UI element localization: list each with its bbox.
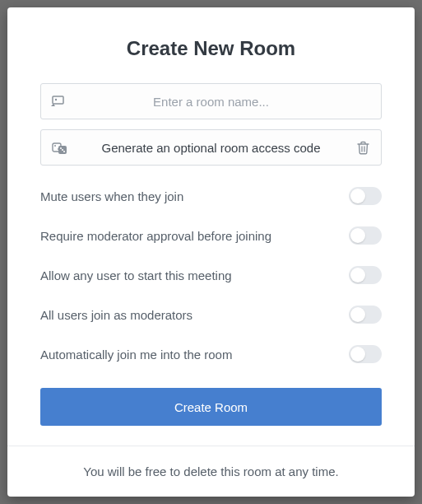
room-options-list: Mute users when they join Require modera… — [40, 187, 382, 363]
toggle-all-moderators[interactable] — [349, 306, 382, 324]
svg-point-3 — [54, 145, 56, 147]
svg-point-8 — [62, 149, 63, 151]
generate-access-code-button[interactable]: Generate an optional room access code — [40, 129, 382, 166]
dice-icon — [51, 139, 67, 156]
toggle-knob — [350, 268, 365, 282]
toggle-mute-users[interactable] — [349, 187, 382, 205]
toggle-knob — [350, 347, 365, 362]
room-icon — [50, 93, 67, 110]
option-mute-users: Mute users when they join — [40, 187, 382, 205]
create-room-button[interactable]: Create Room — [40, 388, 382, 426]
svg-point-1 — [55, 99, 57, 100]
svg-point-7 — [63, 151, 65, 152]
modal-title: Create New Room — [40, 37, 382, 60]
create-room-modal: Create New Room — [7, 7, 415, 497]
toggle-any-user-start[interactable] — [349, 266, 382, 284]
option-label: Allow any user to start this meeting — [40, 268, 232, 282]
room-name-input[interactable] — [40, 83, 382, 119]
option-label: All users join as moderators — [40, 308, 192, 322]
trash-icon[interactable] — [355, 139, 371, 156]
generate-access-code-label: Generate an optional room access code — [102, 141, 321, 155]
toggle-knob — [350, 189, 365, 203]
option-label: Require moderator approval before joinin… — [40, 229, 271, 243]
option-label: Automatically join me into the room — [40, 348, 232, 362]
svg-rect-0 — [53, 96, 63, 104]
access-code-wrap: Generate an optional room access code — [40, 129, 382, 166]
footer-text: You will be free to delete this room at … — [40, 464, 382, 478]
option-moderator-approval: Require moderator approval before joinin… — [40, 226, 382, 245]
toggle-moderator-approval[interactable] — [349, 226, 382, 245]
toggle-auto-join[interactable] — [349, 345, 382, 363]
svg-point-6 — [60, 147, 62, 149]
toggle-knob — [350, 228, 365, 243]
option-all-moderators: All users join as moderators — [40, 306, 382, 324]
room-name-field-wrap — [40, 83, 382, 119]
modal-footer: You will be free to delete this room at … — [7, 446, 415, 502]
modal-body: Create New Room — [7, 37, 415, 426]
option-auto-join: Automatically join me into the room — [40, 345, 382, 363]
toggle-knob — [350, 307, 365, 322]
option-label: Mute users when they join — [40, 189, 183, 203]
option-any-user-start: Allow any user to start this meeting — [40, 266, 382, 284]
